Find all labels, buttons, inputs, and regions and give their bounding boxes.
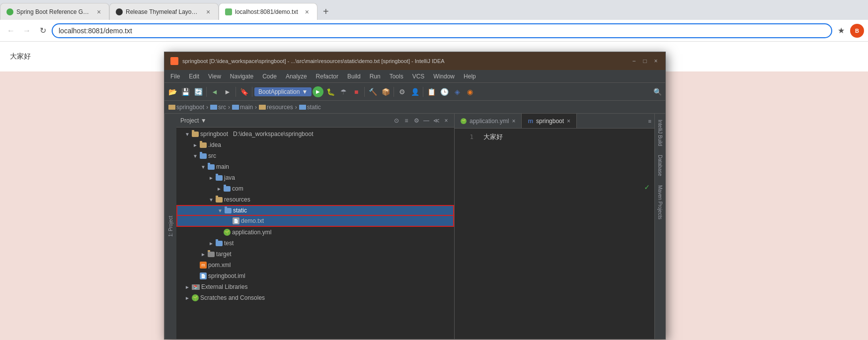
- hide-icon[interactable]: —: [422, 117, 430, 125]
- breadcrumb-static[interactable]: static: [299, 104, 321, 111]
- breadcrumb-label-static: static: [307, 104, 321, 111]
- panel-settings-icon[interactable]: ≪: [432, 117, 440, 125]
- tree-item-external-libs[interactable]: ► 📚 External Libraries: [176, 281, 454, 292]
- pom-xml-icon: m: [200, 262, 207, 269]
- breadcrumb-main[interactable]: main: [232, 104, 253, 111]
- sidebar-intellij-build[interactable]: IntelliJ Build: [656, 116, 664, 150]
- tab-close-2[interactable]: ×: [204, 8, 212, 16]
- tree-item-target[interactable]: ► target: [176, 249, 454, 260]
- extension-button[interactable]: B: [850, 24, 864, 38]
- tab-close-1[interactable]: ×: [95, 8, 103, 16]
- close-panel-icon[interactable]: ×: [442, 117, 450, 125]
- breadcrumb-main-icon: [232, 105, 239, 110]
- maximize-button[interactable]: □: [641, 58, 648, 65]
- run-config-selector[interactable]: BootApplication ▼: [254, 87, 312, 96]
- tree-item-main[interactable]: ▼ main: [176, 161, 454, 172]
- toolbar-sync[interactable]: 🔄: [192, 86, 204, 98]
- arrow-test: ►: [208, 240, 214, 246]
- menu-navigate[interactable]: Navigate: [226, 70, 257, 82]
- tab-close-3[interactable]: ×: [303, 8, 311, 16]
- menu-view[interactable]: View: [204, 70, 225, 82]
- search-everywhere-button[interactable]: 🔍: [651, 86, 663, 98]
- line-content-1: 大家好: [483, 133, 503, 140]
- tab-close-springboot[interactable]: ×: [567, 118, 570, 125]
- folder-static: [225, 208, 232, 213]
- forward-button[interactable]: →: [20, 24, 34, 38]
- recent-files-button[interactable]: 🕒: [438, 86, 450, 98]
- menu-run[interactable]: Run: [366, 70, 385, 82]
- menu-window[interactable]: Window: [429, 70, 459, 82]
- toolbar-forward[interactable]: ►: [222, 86, 234, 98]
- tab-spring-boot-guide[interactable]: Spring Boot Reference Guide ×: [0, 3, 109, 20]
- arrow-target: ►: [200, 251, 206, 257]
- expand-icon[interactable]: ≡: [402, 117, 410, 125]
- breadcrumb-sep-2: ›: [228, 104, 230, 111]
- editor-checkmark: ✓: [644, 182, 649, 192]
- menu-help[interactable]: Help: [460, 70, 480, 82]
- menu-refactor[interactable]: Refactor: [312, 70, 342, 82]
- toolbar-open[interactable]: 📂: [166, 86, 178, 98]
- tree-item-test[interactable]: ► test: [176, 238, 454, 249]
- tree-label-target: target: [216, 251, 232, 258]
- breadcrumb-springboot[interactable]: springboot: [168, 104, 204, 111]
- tree-item-resources[interactable]: ▼ resources: [176, 194, 454, 205]
- address-bar[interactable]: [52, 23, 832, 38]
- menu-code[interactable]: Code: [258, 70, 281, 82]
- menu-tools[interactable]: Tools: [386, 70, 407, 82]
- tree-item-springboot-iml[interactable]: 📄 springboot.iml: [176, 271, 454, 281]
- run-button[interactable]: ▶: [313, 86, 323, 97]
- toolbar-back[interactable]: ◄: [209, 86, 221, 98]
- tab-localhost[interactable]: localhost:8081/demo.txt ×: [219, 3, 317, 20]
- tab-thymeleaf[interactable]: Release Thymeleaf Layout Dia... ×: [109, 3, 219, 20]
- tree-item-idea[interactable]: ► .idea: [176, 139, 454, 150]
- tree-item-pom-xml[interactable]: m pom.xml: [176, 260, 454, 271]
- profile-button[interactable]: 👤: [409, 86, 421, 98]
- tree-item-java[interactable]: ► java: [176, 172, 454, 183]
- vcs-button[interactable]: ◈: [451, 86, 463, 98]
- sidebar-database[interactable]: Database: [656, 151, 664, 180]
- editor-tab-springboot[interactable]: m springboot ×: [522, 114, 577, 128]
- tab-close-app-yml[interactable]: ×: [512, 118, 515, 125]
- new-tab-button[interactable]: +: [317, 3, 334, 20]
- tab-title-1: Spring Boot Reference Guide: [16, 8, 90, 15]
- menu-analyze[interactable]: Analyze: [282, 70, 311, 82]
- editor-tab-app-yml[interactable]: 🌱 application.yml ×: [455, 114, 522, 128]
- tree-item-src[interactable]: ▼ src: [176, 150, 454, 161]
- copy-path-button[interactable]: 📋: [425, 86, 437, 98]
- reload-button[interactable]: ↻: [36, 24, 50, 38]
- menu-vcs[interactable]: VCS: [408, 70, 429, 82]
- arrow-ext-libs: ►: [184, 284, 190, 290]
- tree-item-springboot[interactable]: ▼ springboot D:\idea_workspace\springboo…: [176, 129, 454, 139]
- toolbar-bookmark[interactable]: 🔖: [238, 86, 250, 98]
- stop-button[interactable]: ■: [350, 86, 362, 98]
- breadcrumb-resources[interactable]: resources: [259, 104, 293, 111]
- tree-item-scratches[interactable]: ► 🌱 Scratches and Consoles: [176, 292, 454, 303]
- bookmark-button[interactable]: ★: [834, 24, 848, 38]
- sync-icon[interactable]: ⊙: [393, 117, 400, 125]
- toolbar-save[interactable]: 💾: [179, 86, 191, 98]
- close-button[interactable]: ×: [652, 58, 659, 65]
- tree-item-com[interactable]: ► com: [176, 183, 454, 194]
- editor-content[interactable]: 1 大家好 ✓: [455, 129, 654, 339]
- menu-build[interactable]: Build: [343, 70, 365, 82]
- back-button[interactable]: ←: [4, 24, 18, 38]
- tab-list-icon[interactable]: ≡: [648, 118, 651, 124]
- deploy-button[interactable]: 📦: [380, 86, 392, 98]
- menu-edit[interactable]: Edit: [185, 70, 203, 82]
- settings-button[interactable]: ⚙: [396, 86, 408, 98]
- project-panel-label[interactable]: 1: Project: [164, 114, 176, 339]
- settings-icon[interactable]: ⚙: [412, 117, 420, 125]
- menu-file[interactable]: File: [166, 70, 184, 82]
- tree-item-application-yml[interactable]: 🌱 application.yml: [176, 227, 454, 238]
- build-button[interactable]: 🔨: [367, 86, 379, 98]
- breadcrumb-src[interactable]: src: [210, 104, 226, 111]
- bookmark2-button[interactable]: ◉: [464, 86, 476, 98]
- coverage-button[interactable]: ☂: [337, 86, 349, 98]
- breadcrumb-label-resources: resources: [267, 104, 293, 111]
- tree-item-demo-txt[interactable]: 📄 demo.txt: [176, 216, 454, 227]
- minimize-button[interactable]: −: [631, 58, 637, 65]
- debug-button[interactable]: 🐛: [324, 86, 336, 98]
- sidebar-maven-projects[interactable]: Maven Projects: [656, 181, 664, 223]
- tree-label-springboot: springboot D:\idea_workspace\springboot: [200, 131, 313, 137]
- tree-item-static[interactable]: ▼ static: [176, 205, 454, 216]
